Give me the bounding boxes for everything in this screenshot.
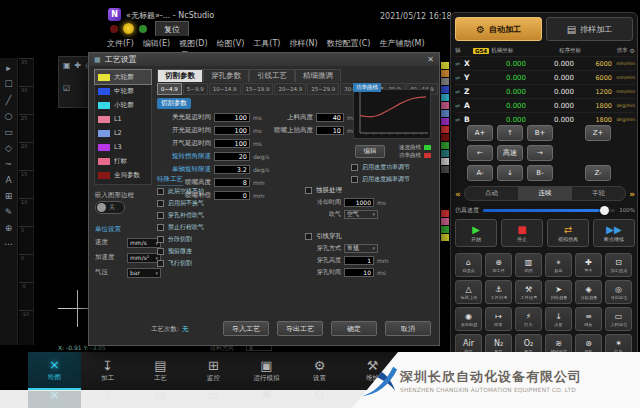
- chevron-right-icon[interactable]: »: [629, 189, 635, 199]
- draw-tool-icon[interactable]: ⊞: [5, 191, 13, 201]
- param-input[interactable]: 100: [214, 139, 250, 148]
- dialog-titlebar[interactable]: ▦ 工艺设置 ✕: [89, 53, 439, 66]
- axis-link-icon[interactable]: ⇌: [455, 116, 464, 123]
- machine-function-button[interactable]: ◈ 浮标测量: [575, 280, 602, 304]
- wcs-badge[interactable]: G54: [473, 48, 489, 54]
- menu-item[interactable]: 绘图(V): [217, 38, 245, 49]
- dialog-button[interactable]: 确定: [331, 321, 377, 336]
- axis-link-icon[interactable]: ⇌: [455, 60, 464, 67]
- param-input[interactable]: 10: [344, 268, 374, 277]
- main-nav-item[interactable]: ↧ 加工: [81, 352, 134, 390]
- jog-a-minus-button[interactable]: A-: [467, 165, 493, 181]
- unit-select[interactable]: mm/s² ▾: [127, 253, 161, 263]
- menu-item[interactable]: 编辑(E): [143, 38, 170, 49]
- layer-list-item[interactable]: 中轮廓: [95, 84, 151, 98]
- draw-tool-icon[interactable]: ⊕: [5, 223, 13, 233]
- color-swatch[interactable]: [441, 142, 449, 149]
- color-swatch[interactable]: [441, 86, 449, 93]
- param-input[interactable]: 10: [316, 126, 344, 135]
- menu-item[interactable]: 视图(D): [179, 38, 207, 49]
- gas-select[interactable]: 空气 ▾: [344, 210, 378, 219]
- machine-function-button[interactable]: ▥ 光闸: [515, 253, 542, 277]
- draw-tool-icon[interactable]: ▸: [6, 63, 11, 73]
- checkbox[interactable]: [157, 188, 164, 195]
- jog-mode-option[interactable]: 点动: [465, 187, 518, 200]
- machine-function-button[interactable]: ⌂ 回原点: [455, 253, 482, 277]
- draw-tool-icon[interactable]: A: [5, 175, 11, 185]
- draw-tool-icon[interactable]: ○: [5, 111, 13, 121]
- embed-frame-toggle[interactable]: 关: [95, 201, 125, 214]
- param-input[interactable]: 1000: [344, 198, 374, 207]
- param-input[interactable]: 0: [214, 191, 250, 200]
- jog-z-plus-button[interactable]: Z+: [585, 125, 611, 141]
- dialog-tab[interactable]: 引线工艺: [249, 69, 295, 82]
- color-swatch[interactable]: [441, 78, 449, 85]
- machine-function-button[interactable]: ▭ 入料定位: [605, 307, 632, 331]
- draw-tool-icon[interactable]: ~: [5, 159, 13, 169]
- dialog-button[interactable]: 导出工艺: [277, 321, 323, 336]
- machine-function-button[interactable]: ≡ 调焦: [575, 307, 602, 331]
- processing-mode-tab[interactable]: ▤ 排样加工: [546, 17, 633, 41]
- dialog-tab[interactable]: 穿孔参数: [203, 69, 249, 82]
- jog-up-button[interactable]: ↑: [497, 125, 523, 141]
- layer-list-item[interactable]: L1: [95, 112, 151, 126]
- color-swatch[interactable]: [441, 126, 449, 133]
- layer-list-item[interactable]: 全局参数: [95, 168, 151, 182]
- checkbox[interactable]: [305, 187, 312, 194]
- color-swatch[interactable]: [441, 62, 449, 69]
- transport-button[interactable]: ▶ 开始: [455, 219, 497, 247]
- machine-function-button[interactable]: ✚ 置中: [575, 253, 602, 277]
- color-swatch[interactable]: [441, 118, 449, 125]
- main-nav-item[interactable]: ▤ 工艺: [134, 352, 187, 390]
- jog-a-plus-button[interactable]: A+: [467, 125, 493, 141]
- machine-function-button[interactable]: ◎ 寻边定位: [605, 280, 632, 304]
- menu-item[interactable]: 数控配置(C): [327, 38, 371, 49]
- color-swatch[interactable]: [441, 110, 449, 117]
- color-swatch[interactable]: [441, 134, 449, 141]
- color-swatch[interactable]: [441, 70, 449, 77]
- checkbox[interactable]: [351, 176, 358, 183]
- menu-item[interactable]: 文件(F): [107, 38, 134, 49]
- dialog-tab[interactable]: 精细微调: [295, 69, 341, 82]
- unit-select[interactable]: mm/s ▾: [127, 238, 161, 248]
- machine-function-button[interactable]: ➤ 扫描测量: [545, 280, 572, 304]
- main-nav-item[interactable]: ▣ 运行模拟: [240, 352, 293, 390]
- processing-mode-tab[interactable]: ⚙ 自动加工: [455, 17, 542, 41]
- draw-tool-icon[interactable]: ▭: [4, 127, 13, 137]
- checkbox[interactable]: [157, 224, 164, 231]
- param-input[interactable]: 40: [316, 113, 344, 122]
- docked-tool-icon[interactable]: ▣: [63, 61, 71, 80]
- machine-function-button[interactable]: △ 蛙跳上抬: [455, 280, 482, 304]
- param-input[interactable]: 20: [214, 152, 250, 161]
- draw-tool-icon[interactable]: ╱: [6, 95, 11, 105]
- chevron-left-icon[interactable]: «: [455, 189, 461, 199]
- transport-button[interactable]: ⇄ 模拟仿真: [547, 219, 589, 247]
- param-input[interactable]: 1: [344, 256, 374, 265]
- axis-link-icon[interactable]: ⇌: [455, 102, 464, 109]
- jog-fast-button[interactable]: 高速: [497, 145, 523, 161]
- main-nav-item[interactable]: ⊞ 监控: [187, 352, 240, 390]
- main-nav-item[interactable]: × 绘图: [28, 352, 81, 390]
- layer-list-item[interactable]: 打标: [95, 154, 151, 168]
- pierce-mode-select[interactable]: 常规 ▾: [344, 244, 378, 253]
- jog-b-plus-button[interactable]: B+: [527, 125, 553, 141]
- machine-function-button[interactable]: ⊕ 回工件: [485, 253, 512, 277]
- jog-b-minus-button[interactable]: B-: [527, 165, 553, 181]
- color-swatch[interactable]: [441, 166, 449, 173]
- color-swatch[interactable]: [441, 158, 449, 165]
- checkbox[interactable]: [157, 200, 164, 207]
- dialog-button[interactable]: 取消: [385, 321, 431, 336]
- jog-left-button[interactable]: ←: [467, 145, 493, 161]
- transport-button[interactable]: ▶▶ 断点继续: [593, 219, 635, 247]
- simulation-speed-slider[interactable]: [483, 209, 615, 212]
- menu-item[interactable]: 排样(N): [289, 38, 317, 49]
- layer-list-item[interactable]: L2: [95, 126, 151, 140]
- jog-z-minus-button[interactable]: Z-: [585, 165, 611, 181]
- checkbox[interactable]: [305, 233, 312, 240]
- curve-edit-button[interactable]: 编辑: [355, 145, 385, 158]
- draw-tool-icon[interactable]: ✎: [5, 207, 13, 217]
- color-swatch[interactable]: [441, 226, 449, 233]
- color-swatch[interactable]: [441, 218, 449, 225]
- color-swatch[interactable]: [441, 102, 449, 109]
- checkbox[interactable]: [157, 212, 164, 219]
